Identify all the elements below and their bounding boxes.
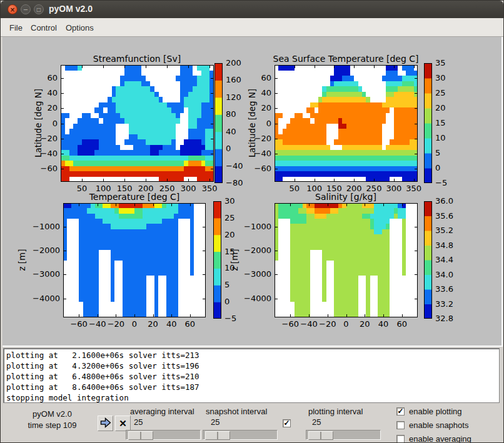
colorbar-tick-label: 15	[435, 118, 446, 127]
plot-canvas-2	[63, 203, 206, 317]
colorbar-tick-label: 10	[435, 133, 446, 142]
y-tick-label: −40	[41, 149, 58, 158]
window-title: pyOM v2.0	[49, 4, 93, 14]
y-tick-label: 40	[47, 88, 58, 97]
status-block: pyOM v2.0 time step 109	[16, 409, 88, 431]
y-tick-label: 0	[266, 119, 271, 128]
plot-title: Streamfunction [Sv]	[93, 54, 181, 64]
colorbar-tick-label: 34.4	[435, 255, 453, 264]
y-tick-label: 20	[261, 103, 271, 112]
colorbar-tick-label: 33.2	[435, 299, 453, 309]
colorbar-tick-label: 20	[224, 230, 235, 239]
y-tick-label: −60	[255, 164, 271, 173]
colorbar-tick-label: 0	[224, 297, 229, 306]
y-tick-label: −20	[255, 134, 271, 143]
colorbar-tick-label: 36.0	[435, 196, 453, 206]
log-line: plotting at 6.4800e+06s solver itts=210	[6, 371, 496, 382]
menubar: File Control Options	[1, 18, 503, 37]
y-tick-label: −4000	[33, 294, 60, 303]
window-minimize-button[interactable]: −	[21, 4, 31, 14]
y-tick-label: −1000	[33, 222, 60, 231]
enable-snapshots-checkbox[interactable]	[396, 421, 405, 429]
run-button[interactable]	[98, 416, 113, 431]
window-maximize-button[interactable]: □	[34, 4, 44, 14]
plot-canvas-3	[275, 203, 418, 317]
y-tick-label: −3000	[33, 269, 60, 279]
averaging-interval-slider[interactable]	[126, 430, 201, 440]
y-tick-label: −3000	[244, 269, 271, 279]
colorbar-tick-label: −5	[224, 314, 236, 323]
colorbar-tick-label: 30	[224, 196, 235, 206]
slider-thumb[interactable]	[128, 431, 153, 440]
arrow-right-icon	[99, 416, 112, 429]
plot-title: Sea Surface Temperature [deg C]	[273, 54, 419, 64]
plot-ylabel: Latitude [deg N]	[33, 89, 43, 157]
snapshot-interval-label: snapshot interval	[206, 407, 267, 416]
enable-averaging-checkbox[interactable]	[396, 435, 405, 443]
colorbar-tick-label: 33.6	[435, 284, 453, 294]
colorbar-2	[213, 201, 221, 319]
x-tick-label: −60	[282, 319, 299, 329]
log-line: plotting at 4.3200e+06s solver itts=196	[6, 361, 496, 371]
colorbar-tick-label: 35.2	[435, 226, 453, 235]
x-tick-label: 50	[290, 184, 300, 193]
colorbar-tick-label: 200	[226, 58, 241, 67]
x-tick-label: 300	[386, 184, 401, 193]
colorbar-0	[214, 63, 223, 183]
status-time-step: time step 109	[16, 420, 88, 431]
menu-control[interactable]: Control	[28, 22, 59, 34]
plot-title: Salinity [g/kg]	[315, 192, 376, 202]
log-output[interactable]: plotting at 2.1600e+06s solver itts=213 …	[3, 348, 500, 403]
colorbar-tick-label: −5	[435, 178, 447, 187]
x-tick-label: −20	[108, 319, 124, 329]
menu-options[interactable]: Options	[63, 22, 96, 34]
x-tick-label: 300	[181, 184, 196, 193]
x-tick-label: 20	[148, 319, 158, 329]
stop-button[interactable]: ✕	[115, 416, 131, 431]
colorbar-tick-label: 34.8	[435, 241, 453, 250]
averaging-interval-label: averaging interval	[130, 407, 194, 416]
y-tick-label: −1000	[244, 222, 271, 231]
colorbar-tick-label: 0	[435, 163, 440, 172]
window-close-button[interactable]: ×	[8, 4, 18, 14]
mid-checkbox[interactable]	[283, 419, 291, 427]
plotting-interval-label: plotting interval	[308, 407, 363, 416]
status-app-name: pyOM v2.0	[16, 409, 88, 420]
y-tick-label: 60	[47, 73, 58, 82]
titlebar[interactable]: × − □ pyOM v2.0	[1, 1, 503, 19]
slider-thumb[interactable]	[308, 431, 333, 440]
y-tick-label: −4000	[244, 294, 271, 303]
x-tick-label: 40	[378, 319, 389, 329]
plot-canvas-0	[61, 65, 214, 182]
y-tick-label: −20	[41, 134, 58, 143]
y-tick-label: 20	[47, 103, 58, 112]
colorbar-tick-label: −40	[226, 161, 243, 171]
y-tick-label: −2000	[33, 246, 60, 255]
menu-file[interactable]: File	[7, 22, 25, 34]
x-tick-label: 0	[132, 319, 137, 329]
colorbar-tick-label: 30	[435, 73, 446, 82]
x-tick-label: 350	[406, 184, 421, 193]
colorbar-tick-label: 0	[226, 144, 231, 153]
x-tick-label: 350	[202, 184, 218, 193]
plotting-interval-slider[interactable]	[306, 430, 381, 440]
x-tick-label: 50	[77, 184, 88, 193]
colorbar-tick-label: 40	[226, 127, 236, 136]
colorbar-1	[424, 63, 432, 183]
averaging-interval-value: 25	[134, 417, 143, 427]
y-tick-label: −2000	[244, 246, 271, 255]
colorbar-tick-label: −80	[226, 178, 243, 187]
colorbar-tick-label: 20	[435, 103, 446, 112]
x-tick-label: 40	[166, 319, 177, 329]
slider-thumb[interactable]	[205, 431, 230, 440]
log-line: stopping model integration	[6, 392, 496, 403]
x-tick-label: −40	[300, 319, 317, 329]
enable-snapshots-label: enable snaphots	[409, 421, 468, 430]
snapshot-interval-slider[interactable]	[203, 430, 278, 440]
x-tick-label: −20	[319, 319, 336, 329]
plot-ylabel: z [m]	[229, 249, 239, 271]
enable-plotting-checkbox[interactable]	[396, 407, 405, 416]
colorbar-tick-label: 80	[226, 109, 236, 119]
colorbar-tick-label: 120	[226, 92, 241, 102]
colorbar-tick-label: 35.6	[435, 211, 453, 221]
